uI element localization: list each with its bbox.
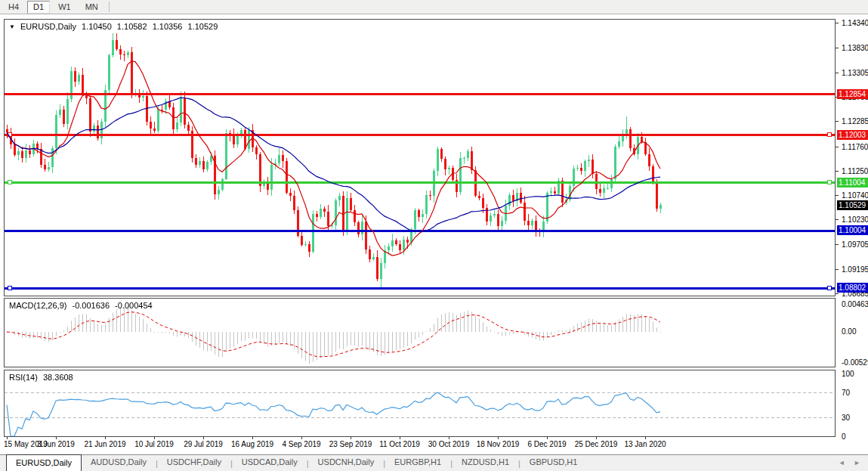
- rsi-indicator-panel[interactable]: RSI(14) 38.3608: [4, 370, 836, 437]
- price-line-badge: 1.12003: [837, 130, 868, 140]
- axis-tick: [836, 48, 839, 48]
- chart-title: ▼ EURUSD,Daily 1.10450 1.10582 1.10356 1…: [9, 22, 221, 31]
- axis-tick: [836, 147, 839, 147]
- macd-name: MACD(12,26,9): [9, 301, 66, 310]
- tab-gbpusd-h1[interactable]: GBPUSD,H1: [520, 455, 587, 471]
- rsi-canvas[interactable]: [5, 370, 835, 436]
- macd-axis-label: -0.005299: [842, 358, 868, 367]
- ohlc-open: 1.10450: [82, 22, 112, 31]
- date-tick: [449, 437, 449, 439]
- rsi-label: RSI(14) 38.3608: [9, 373, 76, 382]
- tab-eurusd-daily[interactable]: EURUSD,Daily: [6, 454, 82, 471]
- date-tick: [105, 437, 106, 439]
- date-tick: [498, 437, 499, 439]
- axis-tick: [836, 244, 839, 245]
- rsi-axis-label: 100: [842, 370, 854, 378]
- axis-tick: [836, 269, 839, 270]
- chart-tab-bar: EURUSD,DailyAUDUSD,Daily|USDCHF,Daily|US…: [0, 454, 868, 471]
- axis-tick: [836, 73, 839, 73]
- rsi-axis-label: 30: [842, 414, 850, 422]
- price-line-badge: 1.12854: [837, 89, 868, 99]
- axis-tick: [836, 219, 839, 220]
- price-line-badge: 1.08802: [837, 283, 868, 293]
- date-tick: [7, 437, 8, 439]
- macd-axis-label: 0.00463: [842, 300, 868, 308]
- rsi-name: RSI(14): [9, 373, 38, 382]
- chart-symbol-label: EURUSD,Daily: [20, 22, 76, 31]
- axis-tick: [836, 121, 839, 122]
- date-tick: [351, 437, 351, 439]
- ohlc-high: 1.10582: [117, 22, 147, 31]
- date-tick: [203, 437, 204, 439]
- tab-usdcnh-daily[interactable]: USDCNH,Daily: [309, 455, 384, 471]
- main-chart-panel[interactable]: ▼ EURUSD,Daily 1.10450 1.10582 1.10356 1…: [4, 19, 836, 296]
- tf-button-w1[interactable]: W1: [52, 1, 77, 14]
- rsi-value: 38.3608: [43, 373, 73, 382]
- tab-usdchf-daily[interactable]: USDCHF,Daily: [158, 455, 230, 471]
- price-axis-label: 1.10740: [842, 191, 868, 200]
- price-axis-label: 1.11250: [842, 167, 868, 175]
- axis-tick: [836, 293, 839, 294]
- tab-eurgbp-h1[interactable]: EURGBP,H1: [385, 455, 450, 471]
- date-tick: [301, 437, 302, 439]
- price-line-badge: 1.10529: [837, 200, 868, 210]
- price-axis-label: 1.11760: [842, 143, 868, 151]
- tf-button-h4[interactable]: H4: [2, 1, 25, 14]
- tab-usdcad-daily[interactable]: USDCAD,Daily: [233, 455, 307, 471]
- tab-nzdusd-h1[interactable]: NZDUSD,H1: [453, 455, 518, 471]
- rsi-axis-label: 70: [842, 389, 850, 397]
- tab-scroll-left-icon[interactable]: ◄: [839, 459, 845, 466]
- macd-axis-label: 0.00: [842, 327, 856, 336]
- date-tick: [252, 437, 253, 439]
- tf-button-d1[interactable]: D1: [27, 1, 50, 14]
- price-axis-label: 1.10230: [842, 215, 868, 224]
- macd-label: MACD(12,26,9) -0.001636 -0.000454: [9, 301, 156, 310]
- price-axis[interactable]: 1.143401.138301.133051.127951.122851.117…: [836, 19, 868, 452]
- candlestick-chart-canvas[interactable]: [5, 20, 835, 296]
- date-tick: [56, 437, 57, 439]
- price-axis-label: 1.13830: [842, 44, 868, 52]
- price-line-badge: 1.11004: [837, 178, 868, 187]
- ohlc-low: 1.10356: [153, 22, 183, 31]
- price-axis-label: 1.12285: [842, 117, 868, 125]
- date-tick: [645, 437, 646, 439]
- price-axis-label: 1.13305: [842, 69, 868, 77]
- timeframe-toolbar: H4D1W1MN: [0, 0, 868, 14]
- toolbar-separator: [109, 2, 110, 12]
- chevron-down-icon[interactable]: ▼: [9, 23, 15, 30]
- date-label: 13 Jan 2020: [615, 440, 675, 448]
- price-axis-label: 1.09195: [842, 265, 868, 274]
- macd-value-main: -0.001636: [72, 301, 110, 310]
- axis-tick: [836, 195, 839, 196]
- ohlc-close: 1.10529: [188, 22, 218, 31]
- price-axis-label: 1.14340: [842, 19, 868, 27]
- date-tick: [154, 437, 155, 439]
- axis-tick: [836, 171, 839, 172]
- price-line-badge: 1.10004: [837, 225, 868, 235]
- date-tick: [547, 437, 548, 439]
- axis-tick: [836, 23, 839, 23]
- tab-audusd-daily[interactable]: AUDUSD,Daily: [82, 455, 156, 471]
- tab-scroll-arrows: ◄ ►: [832, 459, 860, 466]
- date-tick: [596, 437, 597, 439]
- macd-value-signal: -0.000454: [115, 301, 153, 310]
- tab-scroll-right-icon[interactable]: ►: [854, 459, 860, 466]
- price-axis-label: 1.09705: [842, 240, 868, 249]
- date-tick: [400, 437, 400, 439]
- date-axis[interactable]: 15 May 20193 Jun 201921 Jun 201910 Jul 2…: [4, 437, 850, 452]
- macd-indicator-panel[interactable]: MACD(12,26,9) -0.001636 -0.000454: [4, 298, 836, 367]
- tf-button-mn[interactable]: MN: [79, 1, 104, 14]
